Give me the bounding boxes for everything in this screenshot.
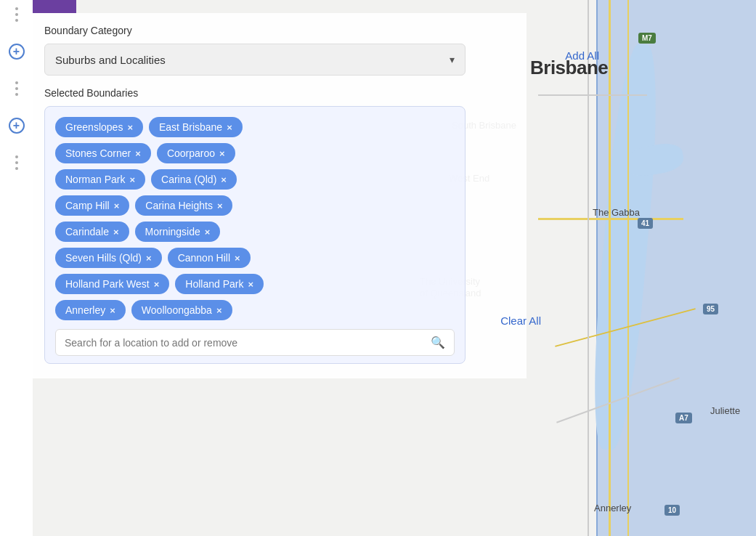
tag-carindale[interactable]: Carindale × (55, 222, 129, 242)
sidebar-dot (15, 19, 18, 22)
tag-morningside[interactable]: Morningside × (135, 222, 221, 242)
tag-label: Carina (Qld) (161, 174, 216, 185)
remove-tag-icon[interactable]: × (154, 279, 160, 290)
tag-label: Seven Hills (Qld) (65, 252, 142, 264)
tags-row-1: Greenslopes × East Brisbane × (55, 117, 455, 137)
sidebar-dots-group-3 (15, 155, 18, 170)
tags-container: Greenslopes × East Brisbane × Stones Cor… (44, 106, 466, 364)
tag-greenslopes[interactable]: Greenslopes × (55, 117, 143, 137)
road-vertical-1 (609, 0, 611, 536)
tag-label: Carina Heights (145, 200, 213, 211)
remove-tag-icon[interactable]: × (217, 200, 223, 211)
tag-east-brisbane[interactable]: East Brisbane × (149, 117, 243, 137)
tag-stones-corner[interactable]: Stones Corner × (55, 143, 151, 163)
tag-norman-park[interactable]: Norman Park × (55, 169, 145, 190)
tag-holland-park-west[interactable]: Holland Park West × (55, 274, 169, 294)
remove-tag-icon[interactable]: × (227, 122, 232, 133)
tag-label: Annerley (65, 304, 105, 316)
road-vertical-2 (627, 0, 629, 536)
remove-tag-icon[interactable]: × (221, 174, 227, 185)
road-gray-2 (538, 94, 647, 96)
search-bar[interactable]: 🔍 (55, 329, 455, 356)
tag-label: Camp Hill (65, 200, 110, 211)
tag-label: Coorparoo (167, 147, 215, 159)
tag-label: Woolloongabba (142, 304, 212, 316)
tags-row-4: Camp Hill × Carina Heights × (55, 195, 455, 216)
tag-camp-hill[interactable]: Camp Hill × (55, 195, 129, 216)
sidebar-dot (15, 13, 18, 16)
plus-circle-icon: + (9, 44, 25, 60)
remove-tag-icon[interactable]: × (114, 200, 120, 211)
boundary-category-dropdown[interactable]: Suburbs and Localities ▾ (44, 44, 466, 76)
sidebar-plus-2[interactable]: + (9, 118, 25, 134)
plus-circle-icon: + (9, 118, 25, 134)
map-label-juliette: Juliette (710, 405, 740, 416)
remove-tag-icon[interactable]: × (146, 253, 152, 264)
tag-label: East Brisbane (159, 121, 222, 133)
tag-label: Morningside (145, 226, 200, 237)
boundary-category-label: Boundary Category (44, 25, 512, 36)
remove-tag-icon[interactable]: × (127, 122, 133, 133)
tag-label: Norman Park (65, 174, 125, 185)
tag-seven-hills[interactable]: Seven Hills (Qld) × (55, 248, 162, 268)
sidebar-dot (15, 167, 18, 170)
sidebar-dots-group-1 (15, 7, 18, 22)
dropdown-value: Suburbs and Localities (55, 54, 166, 66)
remove-tag-icon[interactable]: × (113, 227, 119, 237)
remove-tag-icon[interactable]: × (205, 227, 211, 237)
tags-row-8: Annerley × Woolloongabba × (55, 300, 455, 320)
search-icon: 🔍 (431, 336, 445, 349)
highway-badge-a7: A7 (675, 413, 692, 423)
tags-row-6: Seven Hills (Qld) × Cannon Hill × (55, 248, 455, 268)
tag-holland-park[interactable]: Holland Park × (175, 274, 264, 294)
tag-woolloongabba[interactable]: Woolloongabba × (131, 300, 232, 320)
tags-row-5: Carindale × Morningside × (55, 222, 455, 242)
panel-content: Boundary Category Suburbs and Localities… (33, 13, 527, 378)
sidebar: + + (0, 0, 33, 536)
tag-cannon-hill[interactable]: Cannon Hill × (168, 248, 251, 268)
sidebar-dot (15, 93, 18, 96)
tags-row-3: Norman Park × Carina (Qld) × (55, 169, 455, 190)
selected-boundaries-label: Selected Boundaries (44, 87, 512, 99)
tags-row-2: Stones Corner × Coorparoo × (55, 143, 455, 163)
sidebar-dot (15, 7, 18, 10)
sidebar-dot (15, 81, 18, 84)
add-all-button[interactable]: Add All (565, 49, 599, 62)
chevron-down-icon: ▾ (450, 54, 455, 65)
tag-label: Carindale (65, 226, 109, 237)
highway-badge-m7: M7 (638, 33, 656, 44)
sidebar-dot (15, 161, 18, 164)
main-panel: Boundary Category Suburbs and Localities… (33, 0, 541, 536)
remove-tag-icon[interactable]: × (135, 148, 141, 159)
remove-tag-icon[interactable]: × (219, 148, 225, 159)
remove-tag-icon[interactable]: × (110, 305, 115, 316)
tag-coorparoo[interactable]: Coorparoo × (157, 143, 235, 163)
sidebar-plus-1[interactable]: + (9, 44, 25, 60)
highway-badge-10: 10 (664, 505, 680, 516)
tag-label: Greenslopes (65, 121, 123, 133)
highway-badge-41: 41 (638, 218, 653, 229)
sidebar-dot (15, 155, 18, 158)
map-label-gabba: The Gabba (593, 207, 640, 218)
tags-row-7: Holland Park West × Holland Park × (55, 274, 455, 294)
map-label-annerley: Annerley (594, 503, 631, 513)
tag-carina-qld[interactable]: Carina (Qld) × (151, 169, 237, 190)
tag-label: Holland Park (185, 278, 243, 290)
remove-tag-icon[interactable]: × (235, 253, 240, 264)
highway-badge-95: 95 (703, 304, 718, 314)
tag-annerley[interactable]: Annerley × (55, 300, 126, 320)
road-horizontal-1 (538, 218, 683, 220)
tag-label: Cannon Hill (178, 252, 230, 264)
tag-label: Stones Corner (65, 147, 131, 159)
tag-carina-heights[interactable]: Carina Heights × (135, 195, 232, 216)
remove-tag-icon[interactable]: × (216, 305, 222, 316)
search-input[interactable] (65, 337, 431, 349)
tags-rows: Greenslopes × East Brisbane × Stones Cor… (55, 117, 455, 320)
dropdown-container: Suburbs and Localities ▾ Add All (44, 44, 512, 76)
tag-label: Holland Park West (65, 278, 150, 290)
clear-all-button[interactable]: Clear All (500, 314, 541, 327)
top-color-bar (33, 0, 76, 13)
remove-tag-icon[interactable]: × (248, 279, 253, 290)
remove-tag-icon[interactable]: × (129, 174, 135, 185)
sidebar-dots-group-2 (15, 81, 18, 96)
